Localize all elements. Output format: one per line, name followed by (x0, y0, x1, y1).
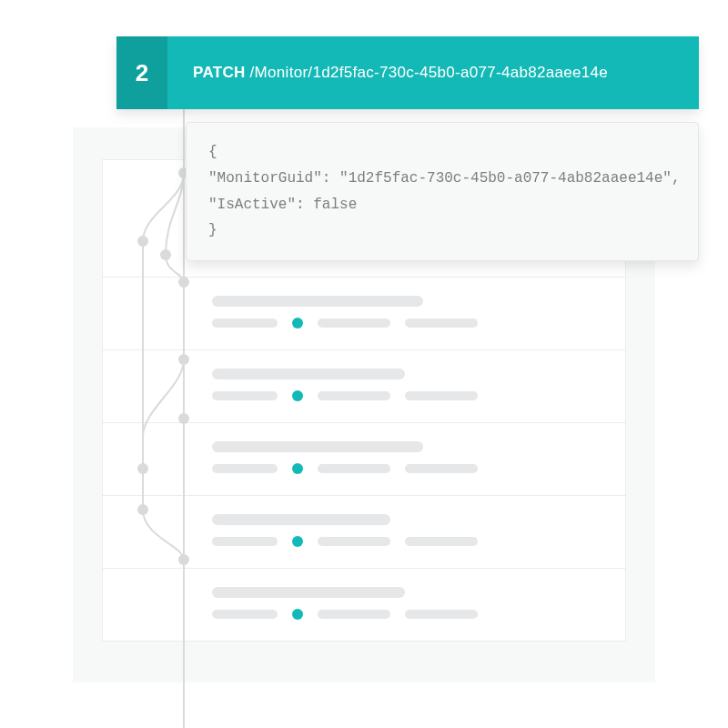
placeholder-pill (405, 464, 478, 473)
list-item (103, 568, 625, 641)
placeholder-subrow (212, 390, 625, 401)
placeholder-pill (212, 318, 278, 328)
placeholder-bar (212, 369, 405, 379)
status-dot (292, 390, 303, 401)
request-header: 2 PATCH /Monitor/1d2f5fac-730c-45b0-a077… (116, 36, 699, 109)
list-item (103, 349, 625, 422)
status-dot (292, 318, 303, 329)
placeholder-bar (212, 514, 390, 525)
request-body-code: { "MonitorGuid": "1d2f5fac-730c-45b0-a07… (186, 122, 699, 261)
placeholder-pill (318, 464, 390, 473)
placeholder-pill (318, 318, 390, 328)
http-path: /Monitor/1d2f5fac-730c-45b0-a077-4ab82aa… (250, 64, 608, 81)
placeholder-pill (318, 537, 390, 546)
list-item (103, 495, 625, 568)
placeholder-pill (212, 391, 278, 400)
placeholder-subrow (212, 463, 625, 474)
placeholder-pill (405, 318, 478, 328)
status-dot (292, 609, 303, 620)
placeholder-bar (212, 441, 423, 452)
http-method: PATCH (193, 64, 246, 81)
list-item (103, 277, 625, 349)
step-number-badge: 2 (116, 36, 167, 109)
placeholder-subrow (212, 609, 625, 620)
placeholder-pill (318, 610, 390, 619)
placeholder-pill (212, 537, 278, 546)
status-dot (292, 536, 303, 547)
placeholder-pill (405, 391, 478, 400)
placeholder-subrow (212, 318, 625, 329)
placeholder-pill (212, 610, 278, 619)
placeholder-bar (212, 296, 423, 307)
placeholder-pill (318, 391, 390, 400)
placeholder-pill (212, 464, 278, 473)
placeholder-bar (212, 587, 405, 598)
status-dot (292, 463, 303, 474)
list-item (103, 422, 625, 495)
placeholder-pill (405, 610, 478, 619)
placeholder-pill (405, 537, 478, 546)
request-line: PATCH /Monitor/1d2f5fac-730c-45b0-a077-4… (167, 64, 608, 82)
placeholder-subrow (212, 536, 625, 547)
